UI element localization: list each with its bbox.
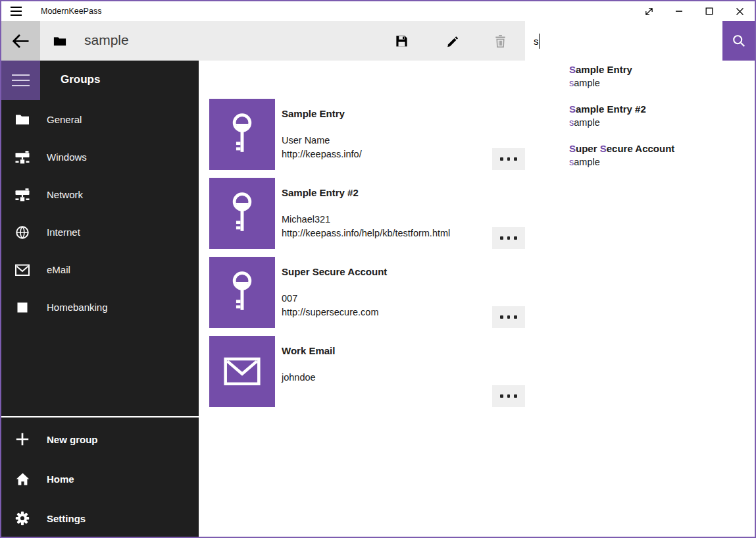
sidebar-item-general[interactable]: General — [1, 101, 199, 138]
back-button[interactable] — [1, 21, 40, 61]
entry-tile[interactable] — [209, 99, 275, 170]
network-icon — [14, 149, 30, 165]
entry-url: http://keepass.info/help/kb/testform.htm… — [282, 228, 450, 238]
search-result[interactable]: Sample Entry sample — [525, 63, 756, 103]
sidebar-action-label: Home — [47, 473, 74, 485]
command-bar: sample — [1, 21, 755, 61]
minimize-button[interactable] — [664, 1, 694, 21]
result-group: sample — [569, 78, 600, 88]
sidebar-action-label: Settings — [47, 513, 86, 524]
sidebar-item-homebanking[interactable]: Homebanking — [1, 288, 199, 326]
square-icon — [14, 300, 30, 315]
result-title: Super Secure Account — [569, 143, 674, 154]
sidebar-item-windows[interactable]: Windows — [1, 138, 199, 176]
maximize-icon — [705, 7, 713, 15]
key-icon — [227, 271, 257, 314]
pencil-icon — [445, 34, 459, 48]
edit-button[interactable] — [436, 21, 467, 61]
result-title: Sample Entry — [569, 64, 632, 75]
search-input[interactable] — [525, 21, 722, 61]
close-button[interactable] — [724, 1, 755, 21]
sidebar-separator — [1, 416, 199, 417]
home-icon — [14, 471, 30, 487]
titlebar-hamburger-icon — [11, 6, 24, 16]
search-button[interactable] — [722, 21, 755, 61]
entry-more-button[interactable] — [492, 385, 525, 407]
entry-tile[interactable] — [209, 257, 275, 328]
network-icon — [14, 187, 30, 203]
key-icon — [227, 192, 257, 235]
text-caret — [539, 34, 540, 49]
entry-title: Sample Entry — [282, 108, 345, 119]
entry-title: Work Email — [282, 345, 335, 356]
entry-username: johndoe — [282, 372, 316, 383]
close-icon — [736, 7, 744, 16]
maximize-button[interactable] — [694, 1, 724, 21]
result-group: sample — [569, 157, 600, 167]
title-bar: ModernKeePass — [1, 1, 755, 21]
entry-username: Michael321 — [282, 214, 330, 225]
minimize-icon — [675, 7, 683, 15]
result-title: Sample Entry #2 — [569, 103, 646, 115]
fullscreen-button[interactable] — [634, 1, 664, 21]
database-folder-icon — [53, 35, 66, 47]
gear-icon — [14, 510, 30, 526]
envelope-icon — [14, 262, 30, 278]
result-group: sample — [569, 117, 600, 128]
search-results-flyout: Sample Entry sample Sample Entry #2 samp… — [525, 61, 756, 174]
entry-more-button[interactable] — [492, 227, 525, 249]
entry-title: Sample Entry #2 — [282, 187, 359, 198]
groups-header: Groups — [61, 61, 100, 100]
envelope-icon — [224, 357, 261, 386]
sidebar-item-label: Homebanking — [47, 302, 108, 313]
back-arrow-icon — [12, 34, 30, 49]
database-name: sample — [84, 21, 129, 61]
delete-button[interactable] — [484, 21, 516, 61]
sidebar-item-label: Windows — [47, 151, 87, 163]
sidebar-item-internet[interactable]: Internet — [1, 213, 199, 251]
sidebar: Groups General Windows Network Internet — [1, 61, 199, 538]
window-title: ModernKeePass — [41, 1, 101, 21]
sidebar-action-home[interactable]: Home — [1, 459, 199, 498]
save-button[interactable] — [386, 21, 417, 61]
entry-url: http://keepass.info/ — [282, 149, 362, 159]
plus-icon — [14, 431, 30, 447]
magnifier-icon — [732, 34, 746, 48]
expand-icon — [643, 6, 655, 17]
menu-toggle-button[interactable] — [1, 61, 40, 100]
search-box — [525, 21, 722, 61]
entry-url: http://supersecure.com — [282, 307, 379, 317]
trash-icon — [493, 34, 507, 48]
hamburger-icon — [12, 74, 30, 86]
entry-more-button[interactable] — [492, 306, 525, 328]
key-icon — [227, 113, 257, 156]
sidebar-item-email[interactable]: eMail — [1, 251, 199, 288]
sidebar-item-network[interactable]: Network — [1, 176, 199, 213]
window-controls — [634, 1, 755, 21]
sidebar-action-settings[interactable]: Settings — [1, 498, 199, 538]
entry-tile[interactable] — [209, 178, 275, 249]
entry-title: Super Secure Account — [282, 266, 387, 277]
entry-username: User Name — [282, 135, 330, 146]
save-icon — [395, 34, 409, 48]
entry-more-button[interactable] — [492, 148, 525, 170]
search-result[interactable]: Super Secure Account sample — [525, 142, 756, 182]
globe-icon — [14, 225, 30, 240]
entry-username: 007 — [282, 293, 297, 304]
folder-icon — [14, 112, 30, 128]
sidebar-item-label: eMail — [47, 264, 70, 275]
entry-tile[interactable] — [209, 336, 275, 407]
sidebar-action-new-group[interactable]: New group — [1, 419, 199, 459]
sidebar-item-label: General — [47, 114, 82, 125]
search-result[interactable]: Sample Entry #2 sample — [525, 103, 756, 142]
sidebar-action-label: New group — [47, 434, 98, 445]
app-window: ModernKeePass sample — [0, 0, 756, 538]
sidebar-item-label: Network — [47, 189, 83, 200]
sidebar-item-label: Internet — [47, 227, 80, 238]
